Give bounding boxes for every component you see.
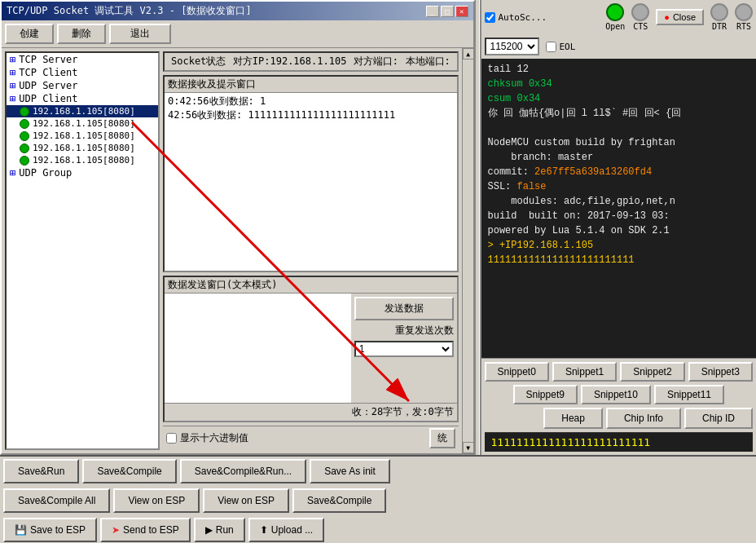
eol-label: EOL bbox=[560, 42, 576, 52]
bottom-options: 显示十六进制值 统 bbox=[163, 426, 459, 450]
upload-btn[interactable]: ⬆ Upload ... bbox=[248, 518, 324, 542]
rts-indicator-group: RTS bbox=[735, 3, 753, 31]
run-icon: ▶ bbox=[205, 524, 213, 536]
snippet3-btn[interactable]: Snippet3 bbox=[688, 362, 753, 382]
send-area: 数据发送窗口(文本模式) 发送数据 重复发送次数 1 5 10 bbox=[163, 276, 459, 422]
cts-indicator-group: CTS bbox=[631, 3, 649, 31]
autoscroll-checkbox[interactable] bbox=[485, 12, 495, 23]
tcp-client-label: TCP Client bbox=[19, 67, 77, 78]
tcp-server-group[interactable]: ⊞ TCP Server bbox=[7, 53, 158, 66]
conn-status-icon-5 bbox=[20, 156, 29, 166]
save-icon: 💾 bbox=[15, 524, 27, 536]
save-run-btn[interactable]: Save&Run bbox=[3, 459, 79, 483]
udp-item-5[interactable]: 192.168.1.105[8080] bbox=[7, 154, 158, 166]
run-label: Run bbox=[216, 524, 234, 536]
terminal-bottom: 1111111111111111111111111 bbox=[485, 432, 754, 452]
snippet2-btn[interactable]: Snippet2 bbox=[620, 362, 684, 382]
snippet0-btn[interactable]: Snippet0 bbox=[485, 362, 549, 382]
autoscroll-check[interactable]: AutoSc... bbox=[485, 12, 547, 23]
save-compile-run-btn[interactable]: Save&Compile&Run... bbox=[180, 459, 306, 483]
send-controls: 发送数据 重复发送次数 1 5 10 bbox=[351, 294, 457, 403]
tcp-window: TCP/UDP Socket 调试工具 V2.3 - [数据收发窗口] _ □ … bbox=[0, 0, 475, 455]
terminal-output: tail 12 chksum 0x34 csum 0x34 你 回 伽牯{偶o|… bbox=[481, 59, 757, 358]
t-line-3: csum 0x34 bbox=[488, 91, 750, 106]
snippet10-btn[interactable]: Snippet10 bbox=[581, 385, 651, 404]
local-port: 本地端口: bbox=[406, 55, 451, 68]
maximize-btn[interactable]: □ bbox=[441, 6, 454, 17]
hex-checkbox[interactable] bbox=[166, 433, 177, 444]
close-btn[interactable]: ✕ bbox=[455, 6, 468, 17]
udp-item-4[interactable]: 192.168.1.105[8080] bbox=[7, 142, 158, 154]
t-line-12: powered by Lua 5.1.4 on SDK 2.1 bbox=[488, 223, 750, 238]
recv-line-1: 0:42:56收到数据: 1 bbox=[168, 95, 454, 108]
upload-icon: ⬆ bbox=[260, 524, 268, 536]
hex-checkbox-label[interactable]: 显示十六进制值 bbox=[166, 431, 248, 445]
snippet11-btn[interactable]: Snippet11 bbox=[654, 385, 724, 404]
tcp-content: ⊞ TCP Server ⊞ TCP Client ⊞ UDP Server ⊞… bbox=[2, 48, 473, 453]
recv-line-2: 42:56收到数据: 1111111111111111111111111 bbox=[168, 108, 454, 122]
open-indicator-group: Open bbox=[605, 3, 625, 31]
tcp-client-group[interactable]: ⊞ TCP Client bbox=[7, 66, 158, 79]
bottom-row2: Save&Compile All View on ESP View on ESP… bbox=[0, 486, 756, 515]
save-compile-all-btn[interactable]: Save&Compile All bbox=[3, 488, 110, 513]
udp-client-label: UDP Client bbox=[19, 93, 77, 104]
udp-client-group[interactable]: ⊞ UDP Client bbox=[7, 92, 158, 105]
send-text-input[interactable] bbox=[165, 294, 351, 403]
chip-id-btn[interactable]: Chip ID bbox=[684, 408, 753, 429]
udp-item-3[interactable]: 192.168.1.105[8080] bbox=[7, 130, 158, 142]
udp-item-1[interactable]: 192.168.1.105[8080] bbox=[7, 105, 158, 117]
udp-item-2[interactable]: 192.168.1.105[8080] bbox=[7, 117, 158, 130]
terminal-toolbar: AutoSc... Open CTS ● Close bbox=[481, 0, 757, 59]
heap-btn[interactable]: Heap bbox=[543, 408, 603, 429]
baud-rate-select[interactable]: 115200 9600 57600 bbox=[485, 38, 539, 55]
dtr-indicator-group: DTR bbox=[710, 3, 728, 31]
socket-status-label: Socket状态 bbox=[171, 55, 226, 68]
t-line-4: 你 回 伽牯{偶o|回 l 1l$` #回 回< {回 bbox=[488, 106, 750, 121]
exit-button[interactable]: 退出 bbox=[109, 24, 171, 44]
snippet1-btn[interactable]: Snippet1 bbox=[552, 362, 617, 382]
repeat-select[interactable]: 1 5 10 bbox=[354, 341, 454, 357]
minimize-btn[interactable]: _ bbox=[426, 6, 439, 17]
send-inner: 发送数据 重复发送次数 1 5 10 bbox=[165, 294, 457, 403]
run-btn[interactable]: ▶ Run bbox=[194, 518, 245, 542]
t-line-11: build built on: 2017-09-13 03: bbox=[488, 209, 750, 223]
close-panel-btn[interactable]: 统 bbox=[429, 428, 455, 448]
save-compile-btn[interactable]: Save&Compile bbox=[82, 459, 176, 483]
scroll-thumb[interactable] bbox=[463, 60, 473, 442]
right-panel: Socket状态 对方IP:192.168.1.105 对方端口: 本地端口: … bbox=[163, 51, 459, 450]
eol-checkbox[interactable] bbox=[546, 42, 556, 52]
scroll-up-btn[interactable]: ▲ bbox=[463, 48, 473, 60]
eol-check[interactable]: EOL bbox=[546, 42, 576, 52]
save-compile-btn2[interactable]: Save&Compile bbox=[292, 488, 386, 513]
create-button[interactable]: 创建 bbox=[5, 24, 54, 44]
t-line-1: tail 12 bbox=[488, 62, 750, 77]
chip-info-btn[interactable]: Chip Info bbox=[606, 408, 681, 429]
view-on-esp-btn2[interactable]: View on ESP bbox=[203, 488, 289, 513]
titlebar-buttons: _ □ ✕ bbox=[426, 6, 468, 17]
scroll-down-btn[interactable]: ▼ bbox=[463, 442, 473, 453]
list-scrollbar[interactable]: ▲ ▼ bbox=[462, 48, 473, 453]
t-line-8: commit: 2e67ff5a639a13260fd4 bbox=[488, 165, 750, 179]
save-as-init-btn[interactable]: Save As init bbox=[310, 459, 390, 483]
snippet-row-2: Snippet9 Snippet10 Snippet11 bbox=[485, 385, 754, 404]
view-on-esp-btn1[interactable]: View on ESP bbox=[113, 488, 200, 513]
conn-status-icon-3 bbox=[20, 131, 29, 141]
send-label: 数据发送窗口(文本模式) bbox=[165, 277, 457, 294]
snippet9-btn[interactable]: Snippet9 bbox=[513, 385, 578, 404]
hex-label: 显示十六进制值 bbox=[180, 431, 248, 445]
udp-server-group[interactable]: ⊞ UDP Server bbox=[7, 79, 158, 92]
terminal-panel: AutoSc... Open CTS ● Close bbox=[480, 0, 757, 455]
udp-server-label: UDP Server bbox=[19, 80, 77, 91]
snippet-area: Snippet0 Snippet1 Snippet2 Snippet3 Snip… bbox=[481, 358, 757, 455]
close-terminal-btn[interactable]: ● Close bbox=[656, 9, 704, 25]
tcp-toolbar: 创建 删除 退出 bbox=[2, 20, 473, 48]
conn-status-icon-1 bbox=[20, 107, 29, 117]
send-to-esp-btn[interactable]: ➤ Send to ESP bbox=[100, 518, 191, 542]
save-to-esp-btn[interactable]: 💾 Save to ESP bbox=[3, 518, 97, 542]
delete-button[interactable]: 删除 bbox=[57, 24, 106, 44]
close-terminal-label: Close bbox=[673, 12, 696, 22]
tcp-title: TCP/UDP Socket 调试工具 V2.3 - [数据收发窗口] bbox=[7, 4, 252, 18]
t-line-7: branch: master bbox=[488, 150, 750, 165]
send-data-button[interactable]: 发送数据 bbox=[354, 297, 454, 320]
udp-group-group[interactable]: ⊞ UDP Group bbox=[7, 166, 158, 179]
